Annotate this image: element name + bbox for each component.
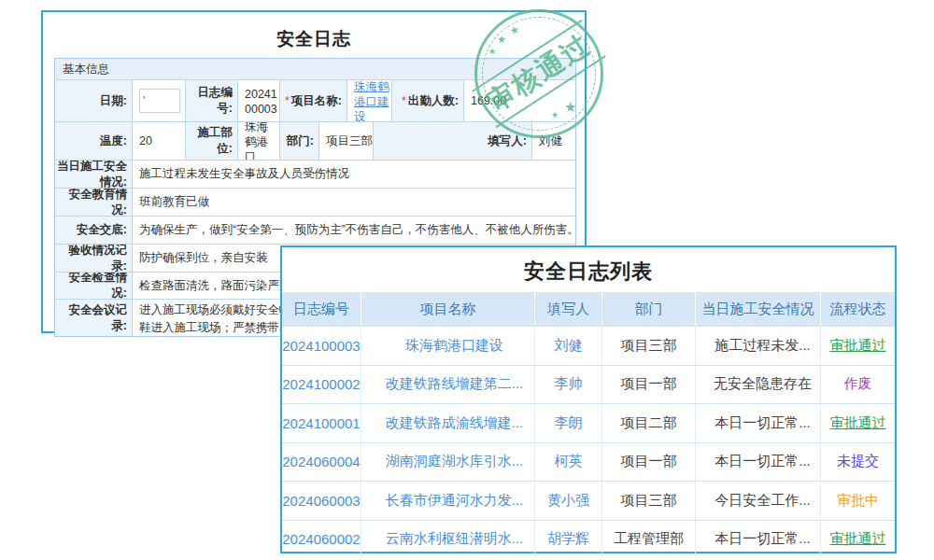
department-label: 部门: xyxy=(279,122,318,160)
project-name-cell[interactable]: 珠海鹤港口建设 xyxy=(361,327,534,365)
log-number-cell[interactable]: 2024100003 xyxy=(282,327,361,365)
status-cell: 审批中 xyxy=(820,482,895,520)
department-cell: 项目三部 xyxy=(601,482,695,520)
writer-cell[interactable]: 柯英 xyxy=(534,443,601,482)
writer-cell[interactable]: 李帅 xyxy=(534,366,601,404)
project-name-cell[interactable]: 湖南洞庭湖水库引水... xyxy=(361,443,534,482)
table-header-row: 日志编号 项目名称 填写人 部门 当日施工安全情况 流程状态 xyxy=(282,292,895,326)
attendance-label: * 出勤人数: xyxy=(391,80,463,121)
daily-safety-label: 当日施工安全情况: xyxy=(55,161,132,188)
form-row-2: 温度: 20 施工部位: 珠海鹤港口 部门: 项目三部 填写人: 刘健 xyxy=(55,121,575,160)
log-number-value: 2024100003 xyxy=(237,80,279,121)
form-row-safety-briefing: 安全交底: 为确保生产，做到“安全第一、预防为主”不伤害自己，不伤害他人、不被他… xyxy=(55,216,575,244)
writer-cell[interactable]: 李朗 xyxy=(534,404,601,442)
log-number-cell[interactable]: 2024100001 xyxy=(282,404,361,442)
writer-cell[interactable]: 刘健 xyxy=(534,327,601,365)
status-cell: 作废 xyxy=(820,366,895,404)
log-number-label: 日志编号: xyxy=(185,80,237,121)
column-header-project-name: 项目名称 xyxy=(361,292,534,326)
department-cell: 项目一部 xyxy=(601,443,695,482)
project-name-cell[interactable]: 改建铁路成渝线增建... xyxy=(361,404,534,442)
construction-part-label: 施工部位: xyxy=(185,122,237,160)
table-row: 2024060003 长春市伊通河水力发... 黄小强 项目三部 今日安全工作.… xyxy=(282,481,895,520)
form-row-daily-safety: 当日施工安全情况: 施工过程未发生安全事故及人员受伤情况 xyxy=(55,160,575,188)
required-asterisk: * xyxy=(402,94,406,107)
project-name-cell[interactable]: 云南水利枢纽潜明水... xyxy=(361,521,534,559)
column-header-status: 流程状态 xyxy=(820,292,895,326)
status-cell[interactable]: 审批通过 xyxy=(820,521,895,559)
safety-education-label: 安全教育情况: xyxy=(55,189,132,216)
column-header-department: 部门 xyxy=(601,292,695,326)
daily-safety-value: 施工过程未发生安全事故及人员受伤情况 xyxy=(132,161,575,188)
column-header-daily-safety: 当日施工安全情况 xyxy=(695,292,820,326)
column-header-writer: 填写人 xyxy=(534,292,601,326)
project-name-value: 珠海鹤港口建设 xyxy=(347,80,391,121)
required-asterisk: * xyxy=(285,94,290,107)
safety-education-value: 班前教育已做 xyxy=(132,189,575,216)
form-row-1: 日期: 日志编号: 2024100003 * 项目名称: 珠海鹤港口建设 * 出… xyxy=(55,79,575,121)
writer-value: 刘健 xyxy=(531,122,575,160)
department-cell: 项目二部 xyxy=(601,404,695,442)
safety-log-table: 日志编号 项目名称 填写人 部门 当日施工安全情况 流程状态 202410000… xyxy=(282,292,895,558)
project-name-cell[interactable]: 改建铁路线增建第二... xyxy=(361,366,534,404)
table-row: 2024100002 改建铁路线增建第二... 李帅 项目一部 无安全隐患存在 … xyxy=(282,365,895,404)
column-header-log-number: 日志编号 xyxy=(282,292,361,326)
daily-safety-cell: 今日安全工作... xyxy=(695,482,820,520)
project-name-cell[interactable]: 长春市伊通河水力发... xyxy=(361,482,534,520)
writer-cell[interactable]: 胡学辉 xyxy=(534,521,601,559)
safety-briefing-label: 安全交底: xyxy=(55,217,132,244)
temperature-value: 20 xyxy=(132,122,185,160)
attendance-value: 169.00 xyxy=(463,80,575,121)
daily-safety-cell: 无安全隐患存在 xyxy=(695,366,820,404)
daily-safety-cell: 本日一切正常... xyxy=(695,404,820,442)
table-row: 2024060004 湖南洞庭湖水库引水... 柯英 项目一部 本日一切正常..… xyxy=(282,442,895,482)
safety-briefing-value: 为确保生产，做到“安全第一、预防为主”不伤害自己，不伤害他人、不被他人所伤害。 xyxy=(132,217,575,244)
department-value: 项目三部 xyxy=(318,122,373,160)
department-cell: 项目三部 xyxy=(601,327,695,365)
table-row: 2024060002 云南水利枢纽潜明水... 胡学辉 工程管理部 本日一切正常… xyxy=(282,520,895,559)
construction-part-value: 珠海鹤港口 xyxy=(237,122,279,160)
list-title: 安全日志列表 xyxy=(282,258,895,286)
safety-meeting-label: 安全会议记录: xyxy=(55,300,132,336)
daily-safety-cell: 施工过程未发... xyxy=(695,327,820,365)
section-header-basic-info: 基本信息 xyxy=(55,59,575,79)
safety-inspection-label: 安全检查情况: xyxy=(55,273,132,299)
form-title: 安全日志 xyxy=(43,27,585,51)
project-name-label: * 项目名称: xyxy=(279,80,347,121)
department-cell: 项目一部 xyxy=(601,366,695,404)
log-number-cell[interactable]: 2024060003 xyxy=(282,482,361,520)
log-number-cell[interactable]: 2024060002 xyxy=(282,521,361,559)
status-cell[interactable]: 审批通过 xyxy=(820,404,895,442)
temperature-label: 温度: xyxy=(55,122,132,160)
table-row: 2024100003 珠海鹤港口建设 刘健 项目三部 施工过程未发... 审批通… xyxy=(282,326,895,365)
daily-safety-cell: 本日一切正常... xyxy=(695,443,820,482)
acceptance-record-label: 验收情况记录: xyxy=(55,245,132,272)
project-link[interactable]: 珠海鹤港口建设 xyxy=(354,80,391,121)
department-cell: 工程管理部 xyxy=(601,521,695,559)
table-row: 2024100001 改建铁路成渝线增建... 李朗 项目二部 本日一切正常..… xyxy=(282,403,895,442)
log-number-cell[interactable]: 2024060004 xyxy=(282,443,361,482)
writer-label: 填写人: xyxy=(373,122,531,160)
status-cell: 未提交 xyxy=(820,443,895,482)
writer-cell[interactable]: 黄小强 xyxy=(534,482,601,520)
status-cell[interactable]: 审批通过 xyxy=(820,327,895,365)
date-label: 日期: xyxy=(55,80,132,121)
daily-safety-cell: 本日一切正常... xyxy=(695,521,820,559)
date-cell xyxy=(132,80,185,121)
log-number-cell[interactable]: 2024100002 xyxy=(282,366,361,404)
date-input[interactable] xyxy=(139,89,180,113)
safety-log-list-panel: 安全日志列表 日志编号 项目名称 填写人 部门 当日施工安全情况 流程状态 20… xyxy=(280,245,897,553)
form-row-safety-education: 安全教育情况: 班前教育已做 xyxy=(55,188,575,216)
